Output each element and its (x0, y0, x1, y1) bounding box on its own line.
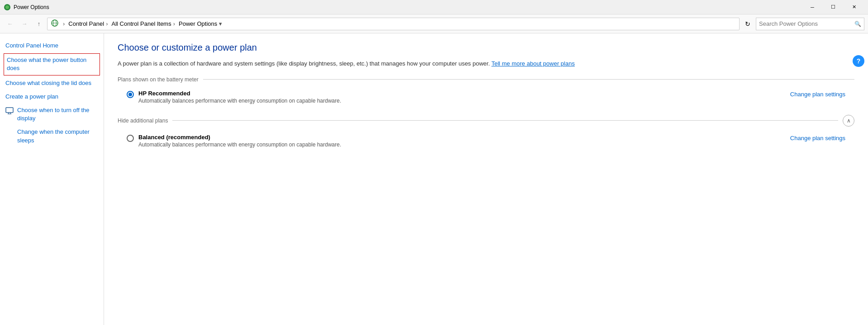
breadcrumb-sep-1: › (63, 20, 65, 27)
globe-icon (51, 19, 58, 28)
search-icon: 🔍 (854, 21, 861, 27)
plans-section-label: Plans shown on the battery meter (118, 76, 199, 83)
back-button[interactable]: ← (4, 18, 16, 30)
breadcrumb-all-items[interactable]: All Control Panel Items (111, 20, 171, 27)
monitor-icon (5, 107, 14, 116)
plans-section-header: Plans shown on the battery meter (118, 76, 854, 83)
plan-info-balanced: Balanced (recommended) Automatically bal… (138, 134, 790, 148)
sidebar-item-power-button[interactable]: Choose what the power button does (4, 53, 100, 75)
plan-radio-hp-recommended[interactable] (127, 91, 134, 98)
content-description: A power plan is a collection of hardware… (118, 59, 854, 68)
moon-icon (5, 128, 14, 137)
plans-section: Plans shown on the battery meter HP Reco… (118, 76, 854, 106)
collapse-plans-button[interactable]: ∧ (843, 115, 854, 127)
plan-info-hp-recommended: HP Recommended Automatically balances pe… (138, 90, 790, 104)
sidebar-item-control-panel-home[interactable]: Control Panel Home (0, 39, 104, 52)
window-controls: ─ ☐ ✕ (802, 0, 864, 14)
plan-name-balanced: Balanced (recommended) (138, 134, 790, 141)
plan-desc-hp-recommended: Automatically balances performance with … (138, 98, 790, 104)
breadcrumb: › Control Panel › All Control Panel Item… (47, 18, 740, 30)
sidebar: Control Panel Home Choose what the power… (0, 33, 104, 325)
search-bar: 🔍 (756, 18, 864, 30)
up-button[interactable]: ↑ (33, 18, 45, 30)
window-title: Power Options (14, 4, 802, 10)
plan-settings-link-hp-recommended[interactable]: Change plan settings (790, 91, 845, 98)
plan-item-hp-recommended: HP Recommended Automatically balances pe… (118, 88, 854, 106)
section-divider (203, 79, 854, 80)
breadcrumb-sep-3: › (173, 20, 175, 27)
plan-desc-balanced: Automatically balances performance with … (138, 141, 790, 148)
address-bar: ← → ↑ › Control Panel › All Control Pane… (0, 14, 868, 33)
breadcrumb-sep-2: › (106, 20, 108, 27)
main-container: Control Panel Home Choose what the power… (0, 33, 868, 325)
sidebar-item-computer-sleeps[interactable]: Change when the computer sleeps (0, 125, 104, 147)
sidebar-item-lid[interactable]: Choose what closing the lid does (0, 76, 104, 90)
content-area: Choose or customize a power plan A power… (104, 33, 868, 325)
search-input[interactable] (759, 20, 854, 27)
page-title: Choose or customize a power plan (118, 42, 854, 53)
learn-more-link[interactable]: Tell me more about power plans (491, 60, 574, 67)
minimize-button[interactable]: ─ (802, 0, 823, 14)
sidebar-item-turn-off-display[interactable]: Choose when to turn off the display (0, 104, 104, 125)
svg-point-1 (5, 5, 9, 9)
close-button[interactable]: ✕ (844, 0, 864, 14)
plan-settings-link-balanced[interactable]: Change plan settings (790, 135, 845, 141)
hide-plans-section: Hide additional plans ∧ (118, 115, 854, 127)
plan-item-balanced: Balanced (recommended) Automatically bal… (118, 132, 854, 150)
svg-rect-5 (6, 108, 13, 113)
plan-name-hp-recommended: HP Recommended (138, 90, 790, 97)
app-icon (4, 4, 11, 11)
maximize-button[interactable]: ☐ (823, 0, 844, 14)
forward-button[interactable]: → (18, 18, 31, 30)
hide-plans-label: Hide additional plans (118, 118, 168, 124)
sidebar-item-create-plan[interactable]: Create a power plan (0, 90, 104, 104)
refresh-button[interactable]: ↻ (741, 18, 754, 30)
plan-radio-balanced[interactable] (127, 135, 134, 142)
breadcrumb-control-panel[interactable]: Control Panel (68, 20, 104, 27)
breadcrumb-power-options: Power Options (179, 20, 217, 27)
title-bar: Power Options ─ ☐ ✕ (0, 0, 868, 14)
breadcrumb-dropdown-button[interactable]: ▾ (219, 20, 222, 27)
help-button[interactable]: ? (853, 55, 864, 67)
hide-plans-divider (172, 120, 838, 121)
